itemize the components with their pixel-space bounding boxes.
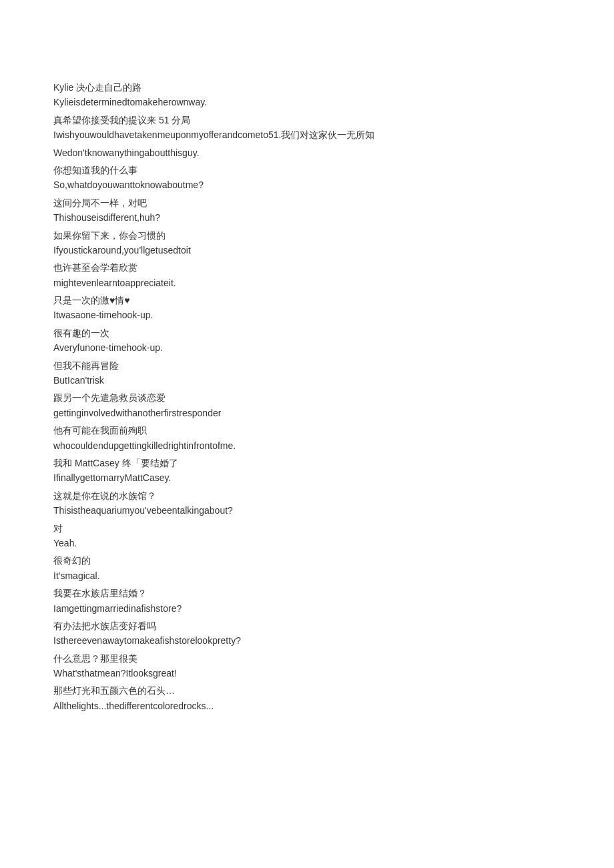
line-10-chinese: 但我不能再冒险	[53, 358, 561, 373]
line-20-english: Allthelights...thedifferentcoloredrocks.…	[53, 699, 561, 713]
line-2-chinese: 真希望你接受我的提议来 51 分局	[53, 113, 561, 127]
line-4-english: So,whatdoyouwanttoknowaboutme?	[53, 177, 561, 192]
line-1-chinese: Kylie 决心走自己的路	[53, 80, 561, 95]
line-18-chinese: 有办法把水族店变好看吗	[53, 618, 561, 633]
line-17-chinese: 我要在水族店里结婚？	[53, 586, 561, 600]
line-3-english: Wedon'tknowanythingaboutthisguy.	[53, 145, 561, 160]
line-18-english: Isthereevenawaytomakeafishstorelookprett…	[53, 633, 561, 648]
line-20-chinese: 那些灯光和五颜六色的石头…	[53, 683, 561, 698]
line-19-english: What'sthatmean?Itlooksgreat!	[53, 666, 561, 681]
line-12-english: whocouldendupgettingkilledrightinfrontof…	[53, 438, 561, 453]
line-19-chinese: 什么意思？那里很美	[53, 651, 561, 666]
line-6-chinese: 如果你留下来，你会习惯的	[53, 228, 561, 243]
line-13-english: IfinallygettomarryMattCasey.	[53, 470, 561, 485]
line-7-english: mightevenlearntoappreciateit.	[53, 276, 561, 290]
line-12-chinese: 他有可能在我面前殉职	[53, 423, 561, 438]
line-4-chinese: 你想知道我的什么事	[53, 163, 561, 177]
line-15-chinese: 对	[53, 521, 561, 536]
line-16-english: It'smagical.	[53, 568, 561, 583]
line-13-chinese: 我和 MattCasey 终「要结婚了	[53, 456, 561, 470]
line-7-chinese: 也许甚至会学着欣赏	[53, 260, 561, 275]
line-14-chinese: 这就是你在说的水族馆？	[53, 488, 561, 503]
line-9-english: Averyfunone-timehook-up.	[53, 340, 561, 355]
line-1-english: Kylieisdeterminedtomakeherownway.	[53, 95, 561, 109]
line-17-english: Iamgettingmarriedinafishstore?	[53, 601, 561, 616]
line-6-english: Ifyoustickaround,you'llgetusedtoit	[53, 243, 561, 258]
line-8-chinese: 只是一次的激♥情♥	[53, 293, 561, 308]
line-9-chinese: 很有趣的一次	[53, 326, 561, 340]
line-11-english: gettinginvolvedwithanotherfirstresponder	[53, 406, 561, 420]
line-2-english: Iwishyouwouldhavetakenmeuponmyofferandco…	[53, 127, 561, 142]
line-14-english: Thisistheaquariumyou'vebeentalkingabout?	[53, 503, 561, 518]
line-5-english: Thishouseisdifferent,huh?	[53, 210, 561, 225]
line-15-english: Yeah.	[53, 536, 561, 550]
main-content: Kylie 决心走自己的路 Kylieisdeterminedtomakeher…	[53, 80, 561, 716]
line-16-chinese: 很奇幻的	[53, 553, 561, 568]
line-11-chinese: 跟另一个先遣急救员谈恋爱	[53, 390, 561, 405]
line-5-chinese: 这间分局不一样，对吧	[53, 195, 561, 210]
line-8-english: Itwasaone-timehook-up.	[53, 308, 561, 322]
line-10-english: ButIcan'trisk	[53, 373, 561, 388]
